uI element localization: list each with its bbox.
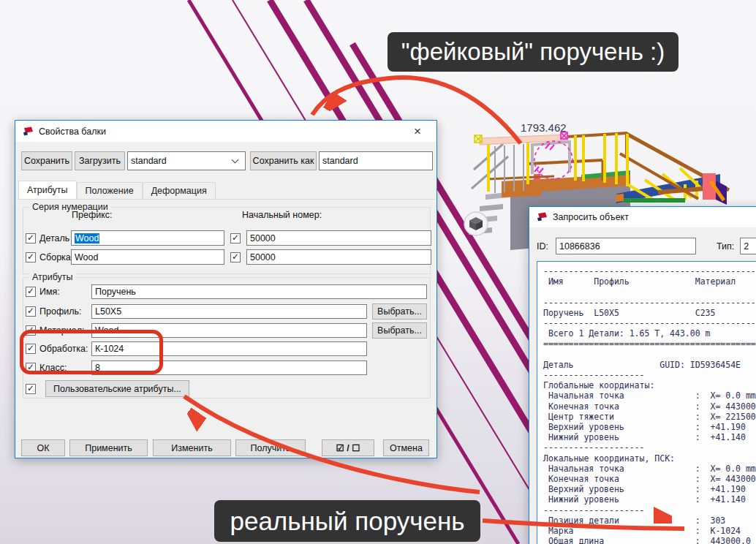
toggle-all-checkboxes-button[interactable]: ☑ / ☐ bbox=[322, 439, 374, 456]
save-as-button[interactable]: Сохранить как bbox=[250, 151, 317, 170]
beam-properties-dialog: Свойства балки × Сохранить Загрузить sta… bbox=[15, 120, 437, 458]
material-checkbox[interactable] bbox=[26, 325, 36, 336]
cancel-button[interactable]: Отмена bbox=[383, 439, 429, 456]
inquire-report-text: ----------------------------------------… bbox=[543, 266, 756, 544]
class-checkbox[interactable] bbox=[26, 363, 36, 373]
class-input[interactable]: 8 bbox=[91, 360, 367, 375]
part-prefix-input[interactable]: Wood bbox=[71, 230, 224, 246]
start-number-label: Начальный номер: bbox=[242, 210, 322, 220]
class-row: Класс: 8 bbox=[26, 360, 367, 375]
pan-cube-icon[interactable] bbox=[464, 212, 488, 235]
assembly-start-input[interactable]: 50000 bbox=[246, 249, 431, 265]
dimension-label: 1793.462 bbox=[521, 121, 567, 134]
beam-dialog-titlebar[interactable]: Свойства балки × bbox=[15, 121, 436, 142]
ok-button[interactable]: ОК bbox=[21, 439, 65, 456]
assembly-prefix-input[interactable]: Wood bbox=[71, 249, 224, 265]
tab-attributes[interactable]: Атрибуты bbox=[18, 181, 77, 199]
numbering-row-part: Деталь Wood 50000 bbox=[26, 230, 431, 246]
inquire-titlebar[interactable]: Запросить объект bbox=[529, 207, 756, 227]
name-checkbox[interactable] bbox=[26, 287, 36, 297]
material-row: Материал: Wood Выбрать... bbox=[26, 322, 427, 339]
name-row: Имя: Поручень bbox=[26, 284, 427, 299]
profile-select-button[interactable]: Выбрать... bbox=[372, 303, 427, 320]
finish-row: Обработка: К-1024 bbox=[26, 341, 367, 356]
fake-handrail-banner: "фейковый" поручень :) bbox=[388, 32, 678, 72]
id-label: ID: bbox=[537, 241, 548, 252]
type-field[interactable]: 2 bbox=[740, 238, 756, 254]
user-attributes-button[interactable]: Пользовательские атрибуты... bbox=[45, 380, 189, 397]
get-button[interactable]: Получить bbox=[235, 439, 306, 456]
prefix-label: Префикс: bbox=[72, 210, 113, 220]
material-input[interactable]: Wood bbox=[91, 323, 367, 338]
type-label: Тип: bbox=[717, 241, 734, 252]
real-handrail-banner: реальный поручень bbox=[214, 500, 480, 542]
tekla-logo-icon bbox=[536, 212, 548, 222]
preset-select[interactable]: standard bbox=[127, 151, 246, 170]
numbering-row-assembly: Сборка Wood 50000 bbox=[26, 249, 431, 265]
part-checkbox[interactable] bbox=[26, 233, 36, 243]
inquire-title: Запросить объект bbox=[553, 212, 756, 222]
user-attributes-row: Пользовательские атрибуты... bbox=[26, 380, 189, 397]
rotation-center-marker bbox=[534, 141, 572, 179]
tab-position[interactable]: Положение bbox=[77, 182, 143, 199]
name-input[interactable]: Поручень bbox=[91, 284, 427, 299]
handle-start-marker bbox=[475, 135, 482, 143]
assembly-checkbox[interactable] bbox=[26, 252, 36, 262]
tab-deformation[interactable]: Деформация bbox=[143, 182, 216, 199]
assembly-start-checkbox[interactable] bbox=[230, 252, 241, 262]
inquire-report-box[interactable]: ----------------------------------------… bbox=[537, 261, 756, 544]
close-icon[interactable]: × bbox=[405, 121, 430, 141]
dialog-tabs: Атрибуты Положение Деформация bbox=[18, 182, 216, 199]
load-button[interactable]: Загрузить bbox=[75, 151, 125, 170]
part-start-checkbox[interactable] bbox=[230, 233, 241, 243]
beam-dialog-title: Свойства балки bbox=[39, 126, 405, 137]
profile-input[interactable]: L50X5 bbox=[91, 304, 367, 319]
save-as-input[interactable]: standard bbox=[319, 151, 433, 170]
inquire-object-panel: Запросить объект ID: 10866836 Тип: 2 ---… bbox=[529, 206, 756, 544]
save-button[interactable]: Сохранить bbox=[21, 151, 72, 170]
profile-row: Профиль: L50X5 Выбрать... bbox=[26, 303, 427, 320]
finish-input[interactable]: К-1024 bbox=[91, 341, 367, 356]
apply-button[interactable]: Применить bbox=[69, 439, 148, 456]
chevron-down-icon bbox=[232, 156, 239, 164]
user-attributes-checkbox[interactable] bbox=[26, 384, 36, 394]
id-field[interactable]: 10866836 bbox=[556, 238, 696, 254]
finish-checkbox[interactable] bbox=[26, 344, 36, 354]
tab-pane-divider bbox=[18, 199, 435, 200]
tekla-viewport: { "annotations": { "top_banner": "\"фейк… bbox=[0, 0, 756, 544]
profile-checkbox[interactable] bbox=[26, 306, 36, 317]
tekla-logo-icon bbox=[22, 126, 34, 137]
material-select-button[interactable]: Выбрать... bbox=[372, 322, 427, 339]
modify-button[interactable]: Изменить bbox=[153, 439, 231, 456]
part-start-input[interactable]: 50000 bbox=[246, 230, 431, 246]
